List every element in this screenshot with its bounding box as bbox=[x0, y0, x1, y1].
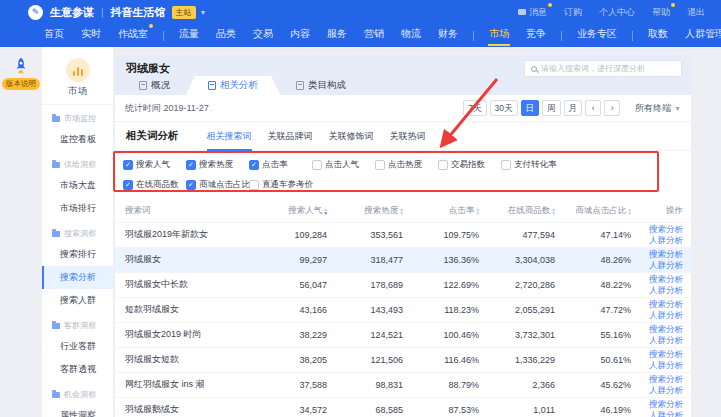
range-week-button[interactable]: 周 bbox=[542, 100, 561, 116]
keyword-title: 羽绒服女 bbox=[126, 61, 170, 76]
clipboard-icon bbox=[208, 81, 216, 90]
search-analysis-link[interactable]: 搜索分析 bbox=[645, 399, 683, 410]
subtab-related-modifier-words[interactable]: 关联修饰词 bbox=[329, 122, 374, 151]
brand-separator: | bbox=[101, 7, 104, 18]
nav-data-extract[interactable]: 取数 bbox=[646, 25, 670, 46]
col-click-rate[interactable]: 点击率▴▾ bbox=[417, 200, 493, 222]
filter-pay-conversion[interactable]: 支付转化率 bbox=[501, 159, 564, 171]
crowd-analysis-link[interactable]: 人群分析 bbox=[645, 335, 683, 346]
search-input[interactable] bbox=[541, 64, 675, 73]
nav-home[interactable]: 首页 bbox=[42, 25, 66, 46]
col-actions: 操作 bbox=[645, 200, 691, 222]
checkbox-icon bbox=[249, 180, 259, 190]
range-month-button[interactable]: 月 bbox=[564, 100, 583, 116]
range-30d-button[interactable]: 30天 bbox=[490, 100, 518, 116]
col-mall-click-share[interactable]: 商城点击占比▴▾ bbox=[569, 200, 645, 222]
nav-traffic[interactable]: 流量 bbox=[177, 25, 201, 46]
nav-realtime[interactable]: 实时 bbox=[79, 25, 103, 46]
module-switcher[interactable]: 市场 bbox=[42, 47, 113, 105]
search-analysis-link[interactable]: 搜索分析 bbox=[645, 374, 683, 385]
sidebar-item-customer-perspective[interactable]: 客群透视 bbox=[42, 358, 113, 381]
search-analysis-link[interactable]: 搜索分析 bbox=[645, 249, 683, 260]
nav-marketing[interactable]: 营销 bbox=[362, 25, 386, 46]
nav-category[interactable]: 品类 bbox=[214, 25, 238, 46]
logout-link[interactable]: 退出 bbox=[687, 6, 705, 19]
nav-war-room[interactable]: 作战室 bbox=[116, 25, 150, 46]
folder-icon bbox=[52, 323, 60, 329]
nav-content[interactable]: 内容 bbox=[288, 25, 312, 46]
filter-search-popularity[interactable]: 搜索人气 bbox=[123, 159, 186, 171]
table-row: 羽绒服女2019 时尚 38,229 124,521 100.46% 3,732… bbox=[115, 322, 691, 347]
search-term: 羽绒服女中长款 bbox=[115, 272, 265, 297]
nav-market[interactable]: 市场 bbox=[487, 25, 511, 46]
range-7d-button[interactable]: 7天 bbox=[463, 100, 486, 116]
filter-click-rate[interactable]: 点击率 bbox=[249, 159, 312, 171]
sidebar-item-search-analysis[interactable]: 搜索分析 bbox=[42, 266, 113, 289]
crowd-analysis-link[interactable]: 人群分析 bbox=[645, 260, 683, 271]
col-search-heat[interactable]: 搜索热度▴▾ bbox=[341, 200, 417, 222]
prev-date-button[interactable]: ‹ bbox=[585, 100, 601, 116]
search-analysis-link[interactable]: 搜索分析 bbox=[645, 324, 683, 335]
nav-logistics[interactable]: 物流 bbox=[399, 25, 423, 46]
range-day-button[interactable]: 日 bbox=[521, 100, 540, 116]
tab-overview[interactable]: 概况 bbox=[123, 76, 186, 95]
filter-mall-click-share[interactable]: 商城点击占比 bbox=[186, 179, 249, 191]
subscribe-link[interactable]: 订购 bbox=[564, 6, 582, 19]
sidebar-item-market-overview[interactable]: 市场大盘 bbox=[42, 174, 113, 197]
tab-related-analysis[interactable]: 相关分析 bbox=[186, 76, 280, 95]
date-controls: 7天 30天 日 周 月 ‹ › 所有终端▼ bbox=[463, 100, 681, 116]
folder-icon bbox=[52, 392, 60, 398]
keyword-search-box bbox=[524, 60, 682, 77]
search-analysis-link[interactable]: 搜索分析 bbox=[645, 224, 683, 235]
rocket-icon[interactable] bbox=[11, 56, 31, 76]
sidebar-section-market-monitor: 市场监控 bbox=[42, 105, 113, 128]
sidebar-item-search-ranking[interactable]: 搜索排行 bbox=[42, 243, 113, 266]
subtab-related-search-words[interactable]: 相关搜索词 bbox=[207, 122, 252, 151]
keyword-tabs: 概况 相关分析 类目构成 bbox=[123, 76, 362, 95]
terminal-dropdown[interactable]: 所有终端▼ bbox=[635, 102, 681, 115]
filter-click-heat[interactable]: 点击热度 bbox=[375, 159, 438, 171]
nav-crowd-mgmt[interactable]: 人群管理 bbox=[683, 25, 721, 46]
search-analysis-link[interactable]: 搜索分析 bbox=[645, 274, 683, 285]
nav-trade[interactable]: 交易 bbox=[251, 25, 275, 46]
nav-compete[interactable]: 竞争 bbox=[524, 25, 548, 46]
crowd-analysis-link[interactable]: 人群分析 bbox=[645, 310, 683, 321]
messages-link[interactable]: 消息 bbox=[518, 6, 547, 19]
col-online-items[interactable]: 在线商品数▴▾ bbox=[493, 200, 569, 222]
topbar-row-1: ✎ 生意参谋 | 抖音生活馆 主站 ▼ 消息 订购 个人中心 帮助 退出 bbox=[0, 0, 721, 24]
nav-biz-zone[interactable]: 业务专区 bbox=[575, 25, 619, 46]
nav-service[interactable]: 服务 bbox=[325, 25, 349, 46]
col-search-popularity[interactable]: 搜索人气▴▾ bbox=[265, 200, 341, 222]
sidebar-section-search-insight: 搜索洞察 bbox=[42, 220, 113, 243]
nav-finance[interactable]: 财务 bbox=[436, 25, 460, 46]
related-words-title: 相关词分析 bbox=[126, 129, 179, 143]
filter-search-heat[interactable]: 搜索热度 bbox=[186, 159, 249, 171]
version-notes-badge[interactable]: 版本说明 bbox=[2, 78, 40, 90]
sidebar-item-attribute-insight[interactable]: 属性洞察 bbox=[42, 404, 113, 417]
crowd-analysis-link[interactable]: 人群分析 bbox=[645, 410, 683, 417]
crowd-analysis-link[interactable]: 人群分析 bbox=[645, 385, 683, 396]
filter-click-popularity[interactable]: 点击人气 bbox=[312, 159, 375, 171]
crowd-analysis-link[interactable]: 人群分析 bbox=[645, 360, 683, 371]
chevron-down-icon[interactable]: ▼ bbox=[200, 9, 207, 16]
checkbox-icon bbox=[186, 180, 196, 190]
sidebar-item-monitor-board[interactable]: 监控看板 bbox=[42, 128, 113, 151]
filter-online-items[interactable]: 在线商品数 bbox=[123, 179, 186, 191]
crowd-analysis-link[interactable]: 人群分析 bbox=[645, 235, 683, 246]
next-date-button[interactable]: › bbox=[604, 100, 620, 116]
subtab-related-hot-words[interactable]: 关联热词 bbox=[390, 122, 426, 151]
sidebar-item-market-ranking[interactable]: 市场排行 bbox=[42, 197, 113, 220]
filter-ztc-ref-price[interactable]: 直通车参考价 bbox=[249, 179, 312, 191]
crowd-analysis-link[interactable]: 人群分析 bbox=[645, 285, 683, 296]
sidebar-item-search-crowd[interactable]: 搜索人群 bbox=[42, 289, 113, 312]
search-analysis-link[interactable]: 搜索分析 bbox=[645, 349, 683, 360]
sidebar-item-industry-customers[interactable]: 行业客群 bbox=[42, 335, 113, 358]
help-link[interactable]: 帮助 bbox=[652, 6, 670, 19]
subtab-related-brand-words[interactable]: 关联品牌词 bbox=[268, 122, 313, 151]
sidebar-section-customer-insight: 客群洞察 bbox=[42, 312, 113, 335]
personal-center-link[interactable]: 个人中心 bbox=[599, 6, 635, 19]
search-analysis-link[interactable]: 搜索分析 bbox=[645, 299, 683, 310]
tab-category-composition[interactable]: 类目构成 bbox=[280, 76, 362, 95]
filter-trade-index[interactable]: 交易指数 bbox=[438, 159, 501, 171]
checkbox-icon bbox=[312, 160, 322, 170]
